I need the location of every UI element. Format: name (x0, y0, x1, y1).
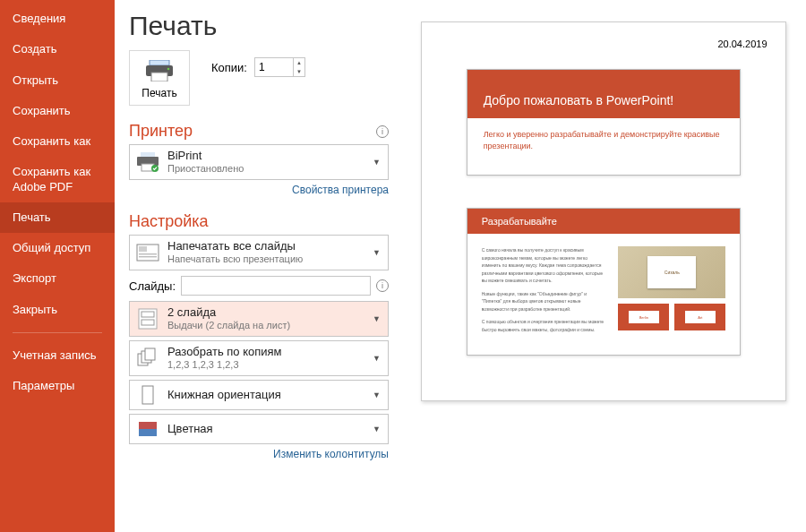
copies-input[interactable] (255, 58, 293, 76)
sidebar-item-saveas[interactable]: Сохранить как (0, 126, 115, 157)
copies-spin-up[interactable]: ▲ (294, 58, 304, 67)
slide2-title: Разрабатывайте (467, 209, 741, 234)
sidebar-item-options[interactable]: Параметры (0, 371, 115, 401)
svg-rect-11 (139, 256, 157, 257)
collate-title: Разобрать по копиям (167, 345, 365, 359)
printer-status-icon (135, 151, 160, 173)
orientation-title: Книжная ориентация (167, 388, 365, 402)
copies-label: Копии: (211, 61, 247, 74)
collate-subtitle: 1,2,3 1,2,3 1,2,3 (167, 359, 365, 372)
printer-status: Приостановлено (167, 163, 365, 176)
slides-range-label: Слайды: (129, 279, 176, 293)
settings-section-header: Настройка (129, 212, 389, 231)
preview-slide-1: Добро пожаловать в PowerPoint! Легко и у… (467, 69, 742, 176)
svg-rect-10 (139, 253, 157, 254)
settings-section-title: Настройка (129, 212, 209, 231)
print-layout-dropdown[interactable]: 2 слайда Выдачи (2 слайда на лист) ▼ (129, 301, 389, 337)
portrait-icon (135, 384, 160, 406)
theme-thumbnail-large: Сизаль (618, 246, 725, 298)
sidebar-item-print[interactable]: Печать (0, 202, 115, 233)
edit-headers-link[interactable]: Изменить колонтитулы (129, 448, 389, 460)
svg-rect-5 (141, 152, 155, 157)
color-swatch-icon (135, 418, 160, 440)
chevron-down-icon: ▼ (373, 425, 382, 433)
sidebar-item-save[interactable]: Сохранить (0, 96, 115, 126)
preview-slide-2: Разрабатывайте С самого начала вы получи… (467, 208, 742, 356)
print-scope-dropdown[interactable]: Напечатать все слайды Напечатать всю пре… (129, 235, 389, 270)
svg-rect-19 (139, 422, 157, 429)
print-button[interactable]: Печать (129, 50, 190, 106)
sidebar-item-open[interactable]: Открыть (0, 65, 115, 96)
preview-page: 20.04.2019 Добро пожаловать в PowerPoint… (421, 21, 785, 401)
printer-name: BiPrint (167, 149, 365, 163)
printer-dropdown[interactable]: BiPrint Приостановлено ▼ (129, 144, 389, 180)
sidebar-item-close[interactable]: Закрыть (0, 295, 115, 325)
printer-properties-link[interactable]: Свойства принтера (129, 184, 389, 196)
printer-icon (144, 60, 175, 82)
main-area: Печать Печать Копии: ▲ ▼ Прин (115, 0, 806, 532)
svg-rect-20 (139, 429, 157, 436)
svg-rect-0 (150, 60, 169, 65)
color-dropdown[interactable]: Цветная ▼ (129, 414, 389, 444)
handout-2-icon (135, 308, 160, 330)
printer-section-title: Принтер (129, 122, 193, 141)
page-title: Печать (129, 11, 389, 41)
collate-dropdown[interactable]: Разобрать по копиям 1,2,3 1,2,3 1,2,3 ▼ (129, 340, 389, 376)
copies-spin-down[interactable]: ▼ (294, 67, 304, 76)
preview-date: 20.04.2019 (440, 39, 767, 49)
sidebar-item-share[interactable]: Общий доступ (0, 233, 115, 263)
chevron-down-icon: ▼ (373, 314, 382, 323)
chevron-down-icon: ▼ (373, 248, 382, 257)
slide2-body-text: С самого начала вы получите доступ к кра… (482, 246, 606, 339)
copies-control: Копии: ▲ ▼ (211, 57, 305, 77)
sidebar-item-account[interactable]: Учетная запись (0, 340, 115, 371)
sidebar-separator (13, 332, 102, 333)
print-button-label: Печать (130, 87, 189, 99)
slide2-thumbnails: Сизаль Berlin Art (618, 246, 725, 339)
slides-all-icon (135, 242, 160, 263)
svg-point-3 (167, 68, 170, 71)
info-icon[interactable]: i (376, 125, 389, 138)
svg-rect-17 (145, 348, 155, 360)
svg-rect-2 (151, 73, 167, 82)
backstage-sidebar: Сведения Создать Открыть Сохранить Сохра… (0, 0, 115, 532)
svg-rect-18 (142, 386, 153, 404)
svg-rect-9 (139, 246, 147, 252)
print-layout-subtitle: Выдачи (2 слайда на лист) (167, 320, 365, 332)
print-layout-title: 2 слайда (167, 305, 365, 320)
sidebar-item-info[interactable]: Сведения (0, 4, 115, 34)
print-preview-pane: 20.04.2019 Добро пожаловать в PowerPoint… (401, 0, 806, 532)
printer-section-header: Принтер i (129, 122, 389, 141)
slide1-subtitle: Легко и уверенно разрабатывайте и демонс… (467, 118, 741, 175)
chevron-down-icon: ▼ (373, 158, 382, 167)
info-icon[interactable]: i (376, 279, 389, 292)
print-scope-title: Напечатать все слайды (167, 239, 365, 253)
orientation-dropdown[interactable]: Книжная ориентация ▼ (129, 380, 389, 410)
slide1-title: Добро пожаловать в PowerPoint! (484, 93, 725, 107)
theme-thumbnail-small: Art (674, 304, 725, 330)
color-title: Цветная (167, 422, 365, 436)
print-scope-subtitle: Напечатать всю презентацию (167, 253, 365, 266)
sidebar-item-export[interactable]: Экспорт (0, 263, 115, 294)
theme-thumbnail-small: Berlin (618, 304, 669, 330)
chevron-down-icon: ▼ (373, 354, 382, 363)
slides-range-input[interactable] (181, 276, 371, 296)
chevron-down-icon: ▼ (373, 390, 382, 399)
collate-icon (135, 348, 160, 369)
sidebar-item-new[interactable]: Создать (0, 34, 115, 64)
sidebar-item-saveas-pdf[interactable]: Сохранить как Adobe PDF (0, 157, 115, 202)
print-settings-column: Печать Печать Копии: ▲ ▼ Прин (115, 0, 401, 532)
